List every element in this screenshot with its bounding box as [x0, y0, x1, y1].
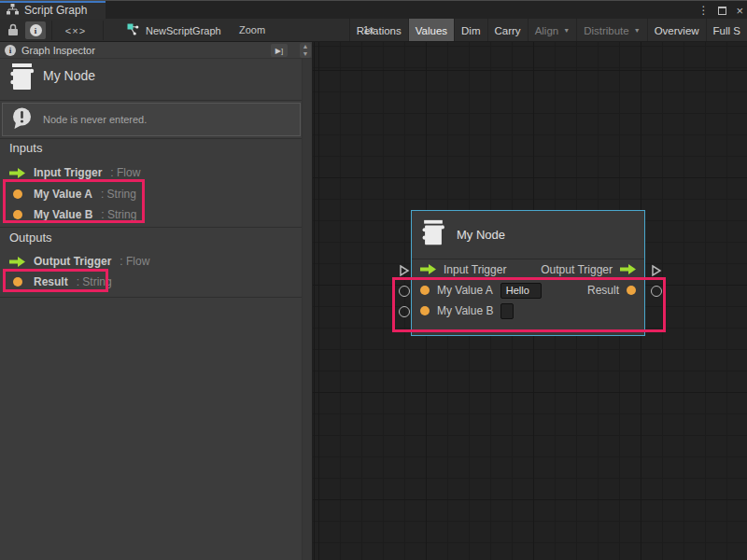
tab-title: Script Graph	[24, 4, 87, 17]
node-icon	[421, 218, 445, 251]
info-icon: i	[5, 45, 16, 56]
flow-arrow-icon[interactable]	[620, 261, 636, 278]
warning-bubble-icon	[10, 106, 34, 133]
warning-text: Node is never entered.	[43, 114, 147, 125]
inspector-scrollbar[interactable]	[302, 59, 312, 560]
scroll-up-icon[interactable]: ▲	[303, 43, 309, 50]
info-icon: i	[30, 24, 42, 36]
graph-asset-button[interactable]: NewScriptGraph	[127, 19, 221, 42]
inspector-port-output-trigger[interactable]: Output Trigger Flow	[0, 252, 301, 271]
distribute-dropdown[interactable]: Distribute▼	[576, 19, 647, 42]
highlight-rect-node-values	[392, 277, 666, 332]
inspector-toggle-button[interactable]: i	[25, 21, 46, 39]
edit-source-button[interactable]: <×>	[58, 21, 93, 39]
divider	[0, 100, 302, 101]
highlight-rect-result	[3, 269, 108, 292]
node-header[interactable]: My Node	[412, 211, 644, 259]
inspector-header: i Graph Inspector	[0, 42, 312, 59]
fullscreen-button[interactable]: Full S	[706, 19, 747, 42]
zoom-label: Zoom	[239, 24, 265, 35]
code-icon: <×>	[65, 25, 86, 36]
inspector-collapse-button[interactable]: ▶]	[271, 44, 288, 57]
divider	[0, 138, 302, 139]
window-controls: ⋮ ×	[698, 1, 743, 20]
divider	[0, 227, 302, 228]
warning-box: Node is never entered.	[2, 103, 301, 136]
tab-bar: Script Graph ⋮ ×	[0, 0, 747, 19]
toolbar: i <×> NewScriptGraph Zoom 1x Relations V…	[0, 19, 747, 42]
script-graph-window: Script Graph ⋮ × i <×> NewScriptGraph	[0, 0, 747, 560]
maximize-icon[interactable]	[718, 7, 726, 15]
chevron-down-icon: ▼	[563, 27, 570, 34]
close-icon[interactable]: ×	[736, 5, 743, 17]
graph-inspector-panel: i Graph Inspector ▶] ▲▼ My Node Node is …	[0, 42, 312, 560]
node-output-trigger-label: Output Trigger	[541, 263, 613, 276]
script-graph-asset-icon	[127, 23, 140, 38]
node-icon	[9, 62, 35, 96]
relations-button[interactable]: Relations	[349, 19, 408, 42]
divider	[0, 297, 302, 298]
values-button[interactable]: Values	[408, 19, 454, 42]
toolbar-right-buttons: Relations Values Dim Carry Align▼ Distri…	[349, 19, 747, 42]
inspector-node-name: My Node	[43, 68, 95, 83]
graph-asset-name: NewScriptGraph	[146, 25, 221, 36]
flow-arrow-icon	[9, 168, 25, 178]
lock-icon	[7, 23, 19, 38]
inputs-heading: Inputs	[9, 141, 42, 155]
lock-button[interactable]	[4, 21, 22, 39]
window-menu-icon[interactable]: ⋮	[698, 5, 709, 16]
align-dropdown[interactable]: Align▼	[528, 19, 577, 42]
node-title: My Node	[457, 228, 505, 242]
active-tab-accent	[0, 1, 106, 3]
scroll-down-icon[interactable]: ▼	[303, 50, 309, 58]
flow-arrow-icon[interactable]	[420, 261, 436, 278]
node-input-trigger-label: Input Trigger	[444, 263, 506, 276]
carry-button[interactable]: Carry	[487, 19, 528, 42]
inspector-title: Graph Inspector	[21, 45, 95, 56]
flow-arrow-icon	[9, 257, 25, 267]
tab-script-graph[interactable]: Script Graph	[0, 1, 106, 20]
highlight-rect-input-values	[3, 179, 145, 223]
outputs-heading: Outputs	[9, 231, 52, 245]
overview-button[interactable]: Overview	[647, 19, 706, 42]
inspector-scroll-arrows[interactable]: ▲▼	[300, 43, 311, 58]
graph-tab-icon	[7, 4, 19, 18]
toolbar-separator	[103, 21, 104, 40]
chevron-down-icon: ▼	[634, 27, 641, 34]
dim-button[interactable]: Dim	[454, 19, 486, 42]
toolbar-separator	[51, 21, 52, 40]
